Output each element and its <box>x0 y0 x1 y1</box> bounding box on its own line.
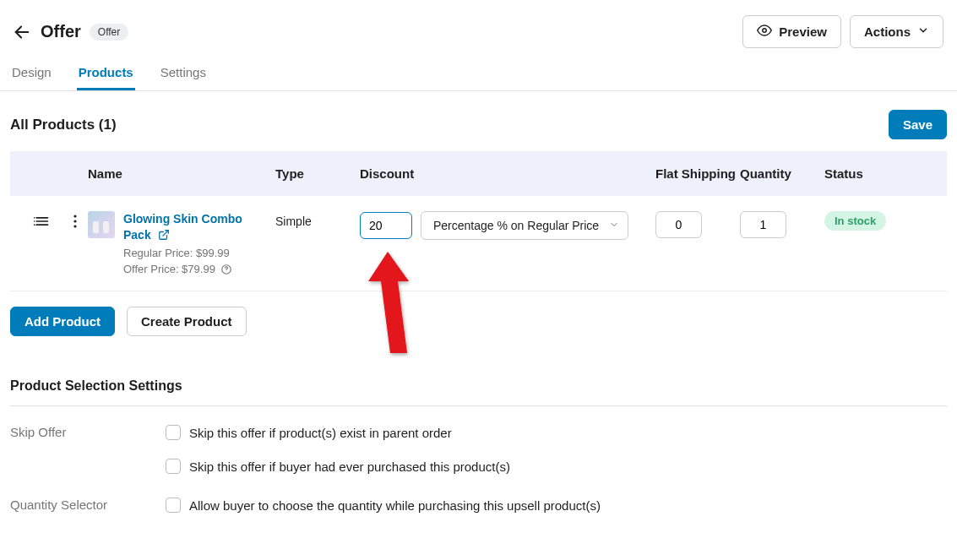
create-product-button[interactable]: Create Product <box>127 307 247 336</box>
row-menu-icon[interactable] <box>63 211 88 231</box>
preview-button[interactable]: Preview <box>742 15 841 48</box>
allow-quantity-label: Allow buyer to choose the quantity while… <box>189 498 601 513</box>
col-name: Name <box>88 166 275 181</box>
svg-point-10 <box>73 225 76 227</box>
flat-shipping-input[interactable] <box>655 211 702 238</box>
discount-type-select[interactable]: Percentage % on Regular Price <box>421 211 628 240</box>
svg-point-5 <box>34 217 35 219</box>
status-badge: In stock <box>824 211 886 231</box>
col-shipping: Flat Shipping <box>655 166 740 181</box>
svg-line-11 <box>162 231 167 236</box>
tab-settings[interactable]: Settings <box>159 57 208 90</box>
skip-if-exist-checkbox[interactable] <box>166 425 181 440</box>
back-button[interactable] <box>12 22 32 42</box>
svg-point-1 <box>763 29 767 33</box>
offer-price: Offer Price: $79.99 <box>123 263 215 275</box>
info-icon[interactable] <box>220 264 232 275</box>
svg-point-8 <box>73 215 76 217</box>
actions-button[interactable]: Actions <box>850 15 943 48</box>
actions-label: Actions <box>864 24 911 39</box>
col-quantity: Quantity <box>740 166 824 181</box>
col-discount: Discount <box>360 166 655 181</box>
all-products-heading: All Products (1) <box>10 117 117 133</box>
drag-handle-icon[interactable] <box>20 211 63 231</box>
svg-point-13 <box>226 272 226 273</box>
svg-point-9 <box>73 220 76 222</box>
eye-icon <box>757 23 772 41</box>
regular-price: Regular Price: $99.99 <box>123 247 254 259</box>
product-type: Simple <box>275 211 360 228</box>
quantity-selector-label: Quantity Selector <box>10 497 166 512</box>
add-product-button[interactable]: Add Product <box>10 307 115 336</box>
skip-if-purchased-checkbox[interactable] <box>166 459 181 474</box>
table-row: Glowing Skin Combo Pack Regular Price: $… <box>10 196 947 291</box>
svg-point-6 <box>34 220 35 222</box>
save-button[interactable]: Save <box>889 110 947 139</box>
chevron-down-icon <box>609 219 619 232</box>
allow-quantity-checkbox[interactable] <box>166 497 181 513</box>
col-status: Status <box>824 166 937 181</box>
preview-label: Preview <box>779 24 827 39</box>
discount-value-input[interactable] <box>360 212 412 239</box>
tab-design[interactable]: Design <box>10 57 53 90</box>
table-header: Name Type Discount Flat Shipping Quantit… <box>10 151 947 196</box>
skip-if-exist-label: Skip this offer if product(s) exist in p… <box>189 426 452 440</box>
chevron-down-icon <box>917 24 929 39</box>
offer-type-pill: Offer <box>90 24 128 41</box>
external-link-icon[interactable] <box>158 229 170 243</box>
discount-type-label: Percentage % on Regular Price <box>433 219 599 232</box>
tab-products[interactable]: Products <box>77 57 135 90</box>
product-thumbnail <box>88 211 115 238</box>
skip-if-purchased-label: Skip this offer if buyer had ever purcha… <box>189 459 510 474</box>
svg-point-7 <box>34 224 35 226</box>
col-type: Type <box>275 166 360 181</box>
quantity-input[interactable] <box>740 211 786 238</box>
product-name-link[interactable]: Glowing Skin Combo Pack <box>123 212 242 242</box>
product-selection-settings-heading: Product Selection Settings <box>10 378 947 406</box>
page-title: Offer <box>41 22 81 41</box>
skip-offer-label: Skip Offer <box>10 425 166 439</box>
